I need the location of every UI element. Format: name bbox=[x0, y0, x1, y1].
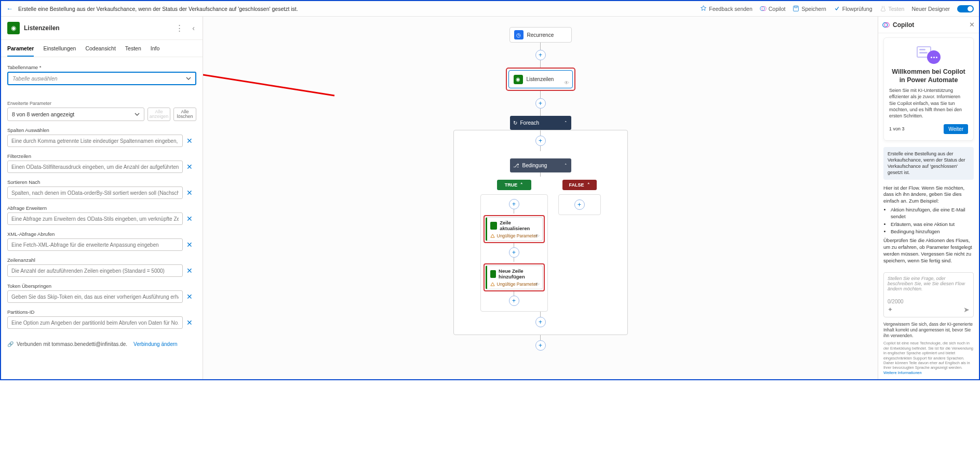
dataverse-icon bbox=[490, 270, 496, 278]
sort-input[interactable] bbox=[7, 186, 183, 199]
node-listrows[interactable]: ◉Listenzeilen👁 bbox=[509, 71, 572, 87]
true-label: TRUE bbox=[505, 182, 518, 188]
feedback-button[interactable]: Feedback senden bbox=[700, 5, 752, 12]
chevron-up-icon: ˄ bbox=[520, 182, 523, 188]
cols-label: Spalten Auswählen bbox=[7, 127, 196, 133]
tab-test[interactable]: Testen bbox=[125, 40, 141, 57]
change-connection-link[interactable]: Verbindung ändern bbox=[133, 341, 178, 347]
panel-more-button[interactable]: ⋮ bbox=[172, 23, 186, 33]
tab-info[interactable]: Info bbox=[151, 40, 160, 57]
add-step-button[interactable]: + bbox=[535, 136, 546, 146]
clear-all-button[interactable]: Alle löschen bbox=[173, 108, 196, 121]
expand-input[interactable] bbox=[7, 212, 183, 225]
add-step-button[interactable]: + bbox=[574, 199, 585, 210]
advanced-shown-select[interactable]: 8 von 8 werden angezeigt bbox=[7, 108, 144, 121]
flow-title: Erstelle eine Bestellung aus der Verkauf… bbox=[18, 6, 695, 12]
copilot-hero-icon bbox=[917, 46, 941, 64]
copilot-suggestions: Aktion hinzufügen, die eine E-Mail sende… bbox=[891, 207, 974, 235]
node-new-row-label: Neue Zeile hinzufügen bbox=[499, 268, 539, 279]
copilot-panel: Copilot ✕ Willkommen bei Copilot in Powe… bbox=[878, 17, 979, 379]
add-step-button[interactable]: + bbox=[509, 199, 519, 209]
flow-canvas[interactable]: ◷Recurrence + ◉Listenzeilen👁 + ↻Foreach˄… bbox=[203, 17, 878, 379]
xml-clear[interactable]: ✕ bbox=[186, 241, 193, 248]
xml-input[interactable] bbox=[7, 238, 183, 251]
copilot-user-message: Erstelle eine Bestellung aus der Verkauf… bbox=[883, 147, 974, 180]
panel-title: Listenzeilen bbox=[24, 24, 168, 32]
chevron-down-icon bbox=[186, 76, 191, 81]
false-branch-header[interactable]: FALSE˄ bbox=[562, 180, 597, 190]
expand-label: Abfrage Erweitern bbox=[7, 205, 196, 211]
copilot-continue-button[interactable]: Weiter bbox=[944, 124, 968, 134]
add-step-button[interactable]: + bbox=[535, 50, 546, 60]
peek-icon: 👁 bbox=[534, 233, 540, 239]
new-designer-label: Neuer Designer bbox=[911, 6, 950, 12]
xml-label: XML-Abfrage Abrufen bbox=[7, 231, 196, 237]
svg-rect-2 bbox=[794, 6, 799, 11]
partition-input[interactable] bbox=[7, 316, 183, 329]
rows-label: Zeilenanzahl bbox=[7, 257, 196, 263]
expand-clear[interactable]: ✕ bbox=[186, 215, 193, 222]
flowcheck-button[interactable]: Flowprüfung bbox=[834, 5, 872, 12]
rows-input[interactable] bbox=[7, 264, 183, 277]
copilot-input-placeholder: Stellen Sie eine Frage, oder beschreiben… bbox=[888, 276, 970, 291]
tab-settings[interactable]: Einstellungen bbox=[43, 40, 76, 57]
svg-line-5 bbox=[203, 75, 334, 96]
copilot-charcount: 0/2000 bbox=[888, 299, 904, 304]
test-button[interactable]: Testen bbox=[880, 5, 905, 12]
true-branch-header[interactable]: TRUE˄ bbox=[497, 180, 531, 190]
copilot-suggestion: Aktion hinzufügen, die eine E-Mail sende… bbox=[891, 207, 974, 220]
node-new-row[interactable]: Neue Zeile hinzufügenUngültige Parameter… bbox=[486, 265, 543, 289]
filter-clear[interactable]: ✕ bbox=[186, 163, 193, 170]
update-invalid-text: Ungültige Parameter bbox=[497, 233, 538, 238]
node-foreach[interactable]: ↻Foreach˄ bbox=[510, 116, 571, 130]
top-bar: ← Erstelle eine Bestellung aus der Verka… bbox=[1, 1, 979, 17]
copilot-step: 1 von 3 bbox=[889, 126, 905, 132]
advanced-label: Erweiterte Parameter bbox=[7, 101, 196, 106]
filter-input[interactable] bbox=[7, 161, 183, 173]
action-panel: ◉ Listenzeilen ⋮ ‹ Parameter Einstellung… bbox=[1, 17, 203, 379]
add-step-button[interactable]: + bbox=[509, 296, 519, 306]
add-step-button[interactable]: + bbox=[535, 340, 546, 351]
chevron-up-icon: ˄ bbox=[565, 163, 567, 168]
link-icon: 🔗 bbox=[7, 341, 14, 347]
cols-clear[interactable]: ✕ bbox=[186, 137, 193, 144]
rows-clear[interactable]: ✕ bbox=[186, 267, 193, 274]
copilot-input[interactable]: Stellen Sie eine Frage, oder beschreiben… bbox=[883, 272, 974, 317]
loop-icon: ↻ bbox=[513, 120, 517, 126]
add-step-button[interactable]: + bbox=[535, 317, 546, 327]
copilot-response-2: Überprüfen Sie die Aktionen des Flows, u… bbox=[883, 237, 974, 264]
copilot-close-button[interactable]: ✕ bbox=[969, 21, 975, 29]
tablename-select[interactable]: Tabelle auswählen bbox=[7, 72, 196, 85]
add-step-button[interactable]: + bbox=[509, 247, 519, 258]
copilot-note: Vergewissern Sie sich, dass der KI-gener… bbox=[878, 322, 979, 339]
copilot-more-info-link[interactable]: Weitere Informationen bbox=[883, 370, 922, 375]
filter-label: Filterzeilen bbox=[7, 153, 196, 159]
foreach-scope: + ⎇Bedingung˄ TRUE˄ + Zeile aktualisiere… bbox=[453, 130, 628, 335]
advanced-shown-text: 8 von 8 werden angezeigt bbox=[12, 111, 74, 117]
timer-icon: ◷ bbox=[514, 30, 523, 39]
tab-code[interactable]: Codeansicht bbox=[85, 40, 115, 57]
new-designer-toggle[interactable] bbox=[957, 5, 974, 12]
copilot-fineprint: Copilot ist eine neue Technologie, die s… bbox=[878, 339, 979, 379]
false-scope: + bbox=[558, 194, 601, 215]
skip-clear[interactable]: ✕ bbox=[186, 293, 193, 300]
copilot-title: Copilot bbox=[893, 21, 966, 29]
skip-label: Token Überspringen bbox=[7, 283, 196, 289]
add-step-button[interactable]: + bbox=[535, 98, 546, 109]
skip-input[interactable] bbox=[7, 290, 183, 303]
save-button[interactable]: Speichern bbox=[793, 5, 826, 12]
node-update-row[interactable]: Zeile aktualisierenUngültige Parameter👁 bbox=[486, 217, 543, 241]
send-button[interactable]: ➤ bbox=[963, 305, 970, 314]
node-condition[interactable]: ⎇Bedingung˄ bbox=[510, 158, 571, 172]
panel-collapse-button[interactable]: ‹ bbox=[191, 24, 196, 32]
insert-invalid-text: Ungültige Parameter bbox=[497, 282, 538, 287]
tab-parameter[interactable]: Parameter bbox=[7, 40, 34, 57]
copilot-toolbar-button[interactable]: Copilot bbox=[760, 5, 786, 12]
back-button[interactable]: ← bbox=[6, 5, 13, 12]
sort-label: Sortieren Nach bbox=[7, 179, 196, 185]
sparkle-icon[interactable]: ✦ bbox=[888, 306, 893, 313]
sort-clear[interactable]: ✕ bbox=[186, 189, 193, 196]
node-recurrence[interactable]: ◷Recurrence bbox=[509, 27, 572, 43]
partition-clear[interactable]: ✕ bbox=[186, 319, 193, 326]
cols-input[interactable] bbox=[7, 135, 183, 147]
